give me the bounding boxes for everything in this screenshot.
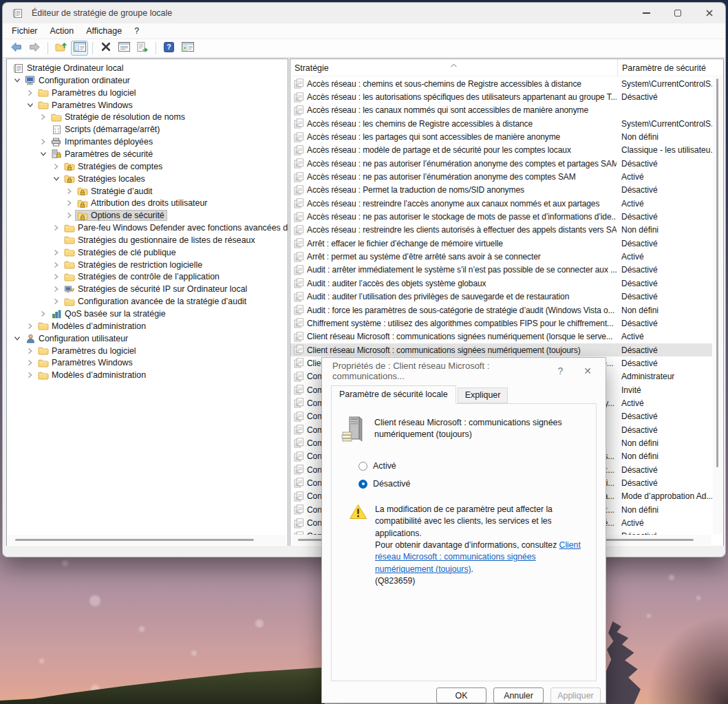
tree-item[interactable]: Stratégie Ordinateur local	[11, 62, 127, 74]
maximize-button[interactable]	[662, 3, 694, 23]
chevron-right-icon[interactable]	[37, 111, 49, 123]
column-header-strategie[interactable]: Stratégie	[290, 59, 618, 76]
list-row[interactable]: 1001Accès réseau : modèle de partage et …	[290, 144, 712, 157]
chevron-right-icon[interactable]	[24, 345, 36, 357]
list-row[interactable]: 1001Arrêt : effacer le fichier d’échange…	[290, 237, 712, 250]
radio-option-désactivé[interactable]: Désactivé	[358, 479, 596, 489]
list-row[interactable]: 1001Accès réseau : ne pas autoriser l’én…	[290, 170, 712, 183]
list-row[interactable]: 1001Client réseau Microsoft : communicat…	[290, 343, 712, 356]
tree-item[interactable]: Stratégies de restriction logicielle	[50, 259, 205, 271]
forward-button[interactable]	[26, 41, 43, 56]
tree-item[interactable]: Configuration ordinateur	[11, 74, 133, 87]
menu-item-?[interactable]: ?	[128, 24, 145, 38]
tree-item[interactable]: Paramètres Windows	[24, 99, 136, 111]
menu-item-fichier[interactable]: Fichier	[6, 24, 44, 38]
tree-item[interactable]: Paramètres Windows	[24, 356, 136, 369]
list-row[interactable]: 1001Client réseau Microsoft : communicat…	[290, 330, 712, 343]
tree-item[interactable]: Options de sécurité	[63, 209, 167, 222]
vertical-scrollbar[interactable]	[713, 77, 722, 534]
list-row[interactable]: 1001Accès réseau : les partages qui sont…	[290, 130, 712, 143]
list-row[interactable]: 1001Accès réseau : restreindre les clien…	[290, 224, 712, 237]
help-button[interactable]: ?	[160, 41, 178, 56]
tab-param-tre-de-sécurité-locale[interactable]: Paramètre de sécurité locale	[331, 385, 456, 404]
chevron-right-icon[interactable]	[50, 295, 62, 308]
chevron-down-icon[interactable]	[24, 99, 36, 111]
dialog-close-button[interactable]: ✕	[584, 365, 592, 376]
tree-item[interactable]: Configuration avancée de la stratégie d’…	[50, 295, 249, 308]
list-row[interactable]: 1001Audit : force les paramètres de sous…	[290, 303, 712, 317]
delete-button[interactable]	[97, 41, 114, 56]
tree-item[interactable]: Stratégies du gestionnaire de listes de …	[50, 234, 258, 246]
chevron-right-icon[interactable]	[63, 209, 75, 222]
radio-unselected-icon[interactable]	[358, 462, 367, 471]
tree-item[interactable]: Stratégies locales	[50, 173, 148, 185]
cancel-button[interactable]: Annuler	[493, 687, 544, 703]
horizontal-scrollbar[interactable]	[8, 535, 287, 545]
tree-item[interactable]: Configuration utilisateur	[11, 332, 131, 345]
tree-item[interactable]: Stratégie de résolution de noms	[37, 111, 188, 123]
up-level-button[interactable]	[52, 41, 69, 56]
tree-item[interactable]: Stratégies de contrôle de l’application	[50, 270, 222, 283]
chevron-down-icon[interactable]	[37, 148, 49, 160]
minimize-button[interactable]	[630, 3, 662, 23]
list-row[interactable]: 1001Accès réseau : restreindre l’accès a…	[290, 197, 712, 210]
tree-item[interactable]: Stratégies de comptes	[50, 160, 165, 173]
tree-item[interactable]: Modèles d’administration	[24, 320, 149, 332]
chevron-right-icon[interactable]	[37, 136, 49, 148]
radio-selected-icon[interactable]	[358, 480, 367, 489]
export-list-button[interactable]	[134, 41, 151, 56]
chevron-right-icon[interactable]	[63, 185, 75, 198]
tab-expliquer[interactable]: Expliquer	[458, 387, 508, 403]
chevron-right-icon[interactable]	[50, 222, 62, 234]
list-row[interactable]: 1001Arrêt : permet au système d’être arr…	[290, 250, 712, 263]
apply-button[interactable]: Appliquer	[550, 687, 601, 703]
chevron-right-icon[interactable]	[50, 270, 62, 283]
list-row[interactable]: 1001Audit : auditer l’utilisation des pr…	[290, 290, 712, 303]
chevron-right-icon[interactable]	[24, 87, 36, 99]
tree-item[interactable]: QoS basée sur la stratégie	[37, 308, 169, 320]
tree-item[interactable]: Paramètres du logiciel	[24, 87, 139, 99]
list-row[interactable]: 1001Accès réseau : les autorisations spé…	[290, 90, 712, 103]
tree-item[interactable]: Stratégies de clé publique	[50, 246, 179, 259]
menu-item-action[interactable]: Action	[44, 24, 81, 38]
list-row[interactable]: 1001Accès réseau : ne pas autoriser l’én…	[290, 157, 712, 170]
chevron-right-icon[interactable]	[50, 246, 62, 259]
list-row[interactable]: 1001Audit : auditer l’accès des objets s…	[290, 277, 712, 290]
tree-item[interactable]: Attribution des droits utilisateur	[63, 197, 210, 209]
chevron-right-icon[interactable]	[50, 259, 62, 271]
tree-item[interactable]: Stratégie d’audit	[63, 185, 156, 198]
chevron-down-icon[interactable]	[11, 74, 23, 87]
chevron-right-icon[interactable]	[50, 160, 62, 173]
chevron-right-icon[interactable]	[24, 320, 36, 332]
chevron-right-icon[interactable]	[24, 356, 36, 369]
console-tree-toggle[interactable]	[71, 41, 88, 56]
list-row[interactable]: 1001Accès réseau : chemins et sous-chemi…	[290, 77, 712, 90]
chevron-right-icon[interactable]	[50, 283, 62, 295]
chevron-right-icon[interactable]	[24, 369, 36, 381]
list-row[interactable]: 1001Audit : arrêter immédiatement le sys…	[290, 264, 712, 277]
tree-item[interactable]: Stratégies de sécurité IP sur Ordinateur…	[50, 283, 250, 295]
chevron-down-icon[interactable]	[50, 173, 62, 185]
tree-item[interactable]: Paramètres de sécurité	[37, 148, 156, 160]
list-row[interactable]: 1001Chiffrement système : utilisez des a…	[290, 317, 712, 330]
list-row[interactable]: 1001Accès réseau : ne pas autoriser le s…	[290, 210, 712, 223]
action-pane-toggle[interactable]	[179, 41, 196, 56]
menu-item-affichage[interactable]: Affichage	[80, 24, 128, 38]
tree-item[interactable]: Scripts (démarrage/arrêt)	[37, 123, 162, 136]
chevron-right-icon[interactable]	[37, 308, 49, 320]
radio-option-activé[interactable]: Activé	[358, 461, 596, 471]
scrollbar-thumb[interactable]	[716, 78, 718, 467]
chevron-down-icon[interactable]	[11, 332, 23, 345]
dialog-help-button[interactable]: ?	[557, 365, 563, 376]
properties-button[interactable]	[116, 41, 133, 56]
list-row[interactable]: 1001Accès réseau : Permet la traduction …	[290, 184, 712, 197]
close-button[interactable]: ×	[694, 3, 725, 23]
list-row[interactable]: 1001Accès réseau : les chemins de Regist…	[290, 117, 712, 130]
scrollbar-thumb[interactable]	[15, 539, 254, 541]
list-row[interactable]: 1001Accès réseau : les canaux nommés qui…	[290, 104, 712, 117]
tree-item[interactable]: Pare-feu Windows Defender avec fonctions…	[50, 222, 288, 234]
ok-button[interactable]: OK	[436, 687, 486, 703]
tree-item[interactable]: Paramètres du logiciel	[24, 345, 139, 357]
column-header-parametre[interactable]: Paramètre de sécurité	[618, 59, 723, 76]
chevron-right-icon[interactable]	[63, 197, 75, 209]
